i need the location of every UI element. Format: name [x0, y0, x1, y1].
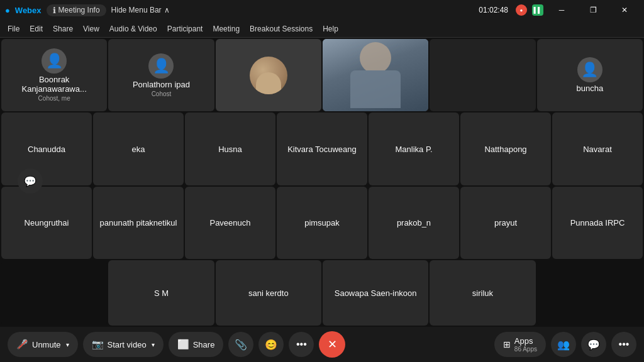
menu-audio-video[interactable]: Audio & Video [104, 22, 162, 36]
participant-sub-boonrak: Cohost, me [38, 95, 70, 102]
start-video-label: Start video [108, 340, 147, 349]
participant-tile-saowapa: Saowapa Saen-inkoon [323, 260, 428, 326]
participant-tile-kitvara: Kitvara Tocuweang [277, 112, 367, 185]
participant-tile-sm: S M [108, 260, 214, 326]
name-panunath: panunath pitaknetikul [95, 218, 182, 228]
clock-time: 01:02:48 [479, 6, 508, 14]
video-row-2: Chanudda eka Husna Kitvara Tocuweang Man… [1, 112, 643, 185]
participant-tile-boonrak: 👤 Boonrak Kanjanawarawa... Cohost, me [1, 39, 107, 111]
apps-label: Apps [514, 336, 533, 346]
name-sani: sani kerdto [243, 288, 294, 298]
participant-tile-empty-left [1, 260, 107, 326]
paperclip-icon: 📎 [235, 339, 247, 351]
meeting-info-pill[interactable]: ℹ Meeting Info [47, 4, 106, 16]
microphone-muted-icon: 🎤 [16, 339, 28, 350]
participants-button[interactable]: 👥 [551, 332, 576, 357]
messages-button[interactable]: 💬 [581, 332, 606, 357]
menu-breakout-sessions[interactable]: Breakout Sessions [245, 22, 318, 36]
participant-tile-prayut: prayut [460, 187, 551, 259]
reactions-button[interactable]: 😊 [258, 332, 284, 357]
end-call-button[interactable]: ✕ [319, 331, 345, 358]
name-manlika: Manlika P. [390, 145, 437, 154]
menu-edit[interactable]: Edit [25, 22, 48, 36]
end-call-icon: ✕ [328, 337, 337, 351]
share-label: Share [193, 340, 215, 349]
participant-tile-siriluk: siriluk [430, 260, 535, 326]
participant-tile-paveenuch: Paveenuch [185, 187, 275, 259]
name-paveenuch: Paveenuch [204, 218, 255, 228]
name-prakob: prakob_n [392, 218, 436, 228]
participant-tile-avatar [216, 39, 321, 111]
avatar-ponlathorn: 👤 [148, 53, 174, 79]
share-button[interactable]: ⬜ Share [169, 332, 224, 357]
name-natthapong: Natthapong [479, 145, 531, 154]
unmute-label: Unmute [32, 340, 61, 349]
participant-name-buncha: buncha [571, 84, 608, 93]
right-controls: ⊞ Apps 86 Apps 👥 💬 ••• [494, 332, 636, 357]
participant-tile-pimsupak: pimsupak [277, 187, 367, 259]
name-pimsupak: pimsupak [299, 218, 345, 228]
participant-tile-empty-right [537, 260, 643, 326]
participant-tile-neungruthai: Neungruthai [1, 187, 92, 259]
attachment-button[interactable]: 📎 [228, 332, 253, 357]
name-eka: eka [127, 145, 150, 154]
apps-button[interactable]: ⊞ Apps 86 Apps [494, 332, 546, 357]
menu-file[interactable]: File [3, 22, 25, 36]
menu-view[interactable]: View [78, 22, 104, 36]
participant-tile-manlika: Manlika P. [369, 112, 459, 185]
video-off-icon: 📷 [92, 339, 104, 350]
menu-help[interactable]: Help [318, 22, 343, 36]
info-icon: ℹ [53, 6, 56, 15]
share-icon: ⬜ [177, 339, 189, 350]
participant-tile-natthapong: Natthapong [460, 112, 551, 185]
participant-tile-chanudda: Chanudda [1, 112, 92, 185]
menu-share[interactable]: Share [48, 22, 78, 36]
participant-tile-husna: Husna [185, 112, 275, 185]
chat-icon: 💬 [24, 175, 36, 187]
messages-icon: 💬 [587, 339, 600, 351]
more-options-button[interactable]: ••• [611, 332, 636, 357]
name-saowapa: Saowapa Saen-inkoon [330, 288, 422, 298]
apps-grid-icon: ⊞ [503, 339, 511, 349]
unmute-button[interactable]: 🎤 Unmute ▾ [8, 332, 78, 357]
participant-tile-punnada: Punnada IRPC [552, 187, 643, 259]
video-area: 👤 Boonrak Kanjanawarawa... Cohost, me 👤 … [0, 38, 644, 327]
chat-button[interactable]: 💬 [18, 168, 43, 194]
hide-menu-button[interactable]: Hide Menu Bar ∧ [111, 6, 170, 14]
participant-name-boonrak: Boonrak Kanjanawarawa... [1, 75, 107, 94]
restore-button[interactable]: ❐ [579, 0, 608, 20]
name-punnada: Punnada IRPC [565, 218, 630, 228]
participant-tile-panunath: panunath pitaknetikul [93, 187, 184, 259]
name-neungruthai: Neungruthai [19, 218, 74, 228]
chevron-up-icon: ∧ [164, 6, 170, 14]
participant-sub-ponlathorn: Cohost [152, 90, 172, 97]
name-kitvara: Kitvara Tocuweang [282, 145, 362, 154]
participant-tile-prakob: prakob_n [369, 187, 459, 259]
main-controls: 🎤 Unmute ▾ 📷 Start video ▾ ⬜ Share 📎 😊 •… [8, 331, 345, 358]
avatar-buncha: 👤 [577, 57, 602, 82]
participant-name-ponlathorn: Ponlathorn ipad [128, 80, 195, 89]
emoji-icon: 😊 [265, 339, 277, 351]
participant-tile-buncha: 👤 buncha [537, 39, 643, 111]
menu-participant[interactable]: Participant [162, 22, 208, 36]
app-title: Webex [15, 6, 42, 15]
start-video-button[interactable]: 📷 Start video ▾ [83, 332, 164, 357]
name-prayut: prayut [489, 218, 522, 228]
menu-bar: File Edit Share View Audio & Video Parti… [0, 20, 644, 38]
unmute-caret-icon: ▾ [66, 341, 69, 348]
name-siriluk: siriluk [467, 288, 498, 298]
hide-menu-label: Hide Menu Bar [111, 6, 162, 14]
ellipsis-icon: ••• [619, 339, 630, 350]
minimize-button[interactable]: ─ [547, 0, 576, 20]
meeting-info-label: Meeting Info [58, 6, 100, 14]
video-row-1: 👤 Boonrak Kanjanawarawa... Cohost, me 👤 … [1, 39, 643, 111]
title-bar-left: ● Webex ℹ Meeting Info Hide Menu Bar ∧ [5, 4, 170, 16]
video-caret-icon: ▾ [152, 341, 155, 348]
name-sm: S M [149, 288, 174, 298]
title-bar-right: 01:02:48 ● ▌▌ ─ ❐ ✕ [479, 0, 639, 20]
close-button[interactable]: ✕ [610, 0, 639, 20]
name-chanudda: Chanudda [23, 145, 70, 154]
webex-logo-icon: ● [5, 6, 10, 15]
more-button[interactable]: ••• [289, 332, 314, 357]
menu-meeting[interactable]: Meeting [208, 22, 245, 36]
